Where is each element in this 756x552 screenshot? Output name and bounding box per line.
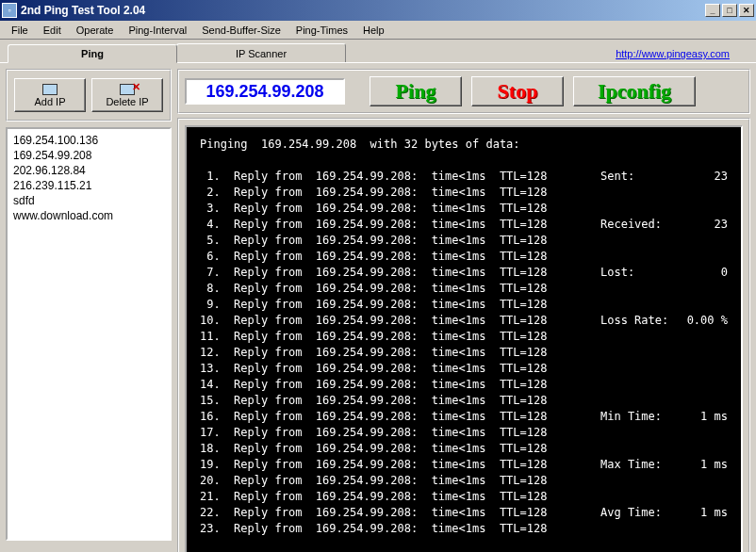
delete-ip-label: Delete IP: [106, 96, 148, 107]
terminal-output[interactable]: Pinging 169.254.99.208 with 32 bytes of …: [200, 137, 591, 552]
terminal: Pinging 169.254.99.208 with 32 bytes of …: [185, 125, 743, 552]
menu-edit[interactable]: Edit: [36, 23, 69, 38]
window-title: 2nd Ping Test Tool 2.04: [21, 4, 705, 17]
tab-ping[interactable]: Ping: [8, 44, 177, 63]
stat-max-label: Max Time:: [600, 457, 662, 473]
stat-min: 1 ms: [700, 409, 728, 425]
list-item[interactable]: sdfd: [13, 193, 164, 208]
delete-ip-button[interactable]: Delete IP: [91, 78, 163, 112]
right-panel: Ping Stop Ipconfig Pinging 169.254.99.20…: [177, 69, 750, 541]
window-controls: _ □ ✕: [705, 4, 754, 17]
titlebar: ▫ 2nd Ping Test Tool 2.04 _ □ ✕: [0, 0, 756, 21]
ping-button[interactable]: Ping: [370, 76, 462, 106]
content-area: Add IP Delete IP 169.254.100.136 169.254…: [0, 62, 756, 546]
stop-button[interactable]: Stop: [471, 76, 564, 106]
terminal-frame: Pinging 169.254.99.208 with 32 bytes of …: [177, 118, 750, 552]
list-item[interactable]: www.download.com: [13, 208, 164, 223]
add-ip-button[interactable]: Add IP: [14, 78, 86, 112]
menu-operate[interactable]: Operate: [69, 23, 122, 38]
stat-min-label: Min Time:: [600, 409, 662, 425]
action-row: Ping Stop Ipconfig: [177, 69, 750, 114]
menu-ping-interval[interactable]: Ping-Interval: [121, 23, 194, 38]
tab-ip-scanner[interactable]: IP Scanner: [176, 43, 346, 62]
stat-lost-label: Lost:: [600, 265, 634, 281]
ip-list[interactable]: 169.254.100.136 169.254.99.208 202.96.12…: [6, 127, 172, 541]
maximize-button[interactable]: □: [722, 4, 737, 17]
minimize-button[interactable]: _: [705, 4, 720, 17]
ip-button-group: Add IP Delete IP: [6, 69, 172, 122]
stat-received-label: Received:: [600, 217, 662, 233]
left-panel: Add IP Delete IP 169.254.100.136 169.254…: [6, 69, 172, 541]
homepage-link[interactable]: http://www.pingeasy.com: [616, 48, 730, 62]
close-button[interactable]: ✕: [739, 4, 754, 17]
target-ip-input[interactable]: [185, 78, 345, 105]
computer-icon: [42, 84, 58, 95]
stat-lost: 0: [721, 265, 728, 281]
ipconfig-button[interactable]: Ipconfig: [573, 76, 696, 106]
computer-delete-icon: [120, 84, 135, 95]
menu-bar: File Edit Operate Ping-Interval Send-Buf…: [0, 21, 756, 40]
stat-lossrate-label: Loss Rate:: [600, 313, 668, 329]
add-ip-label: Add IP: [34, 96, 65, 107]
stat-avg-label: Avg Time:: [600, 505, 662, 521]
stat-received: 23: [715, 217, 728, 233]
app-icon: ▫: [2, 3, 17, 18]
stat-lossrate: 0.00 %: [687, 313, 728, 329]
menu-help[interactable]: Help: [355, 23, 392, 38]
menu-ping-times[interactable]: Ping-Times: [288, 23, 355, 38]
list-item[interactable]: 169.254.99.208: [13, 148, 164, 163]
tabs-row: Ping IP Scanner http://www.pingeasy.com: [0, 40, 756, 62]
list-item[interactable]: 216.239.115.21: [13, 178, 164, 193]
stat-max: 1 ms: [700, 457, 728, 473]
list-item[interactable]: 202.96.128.84: [13, 163, 164, 178]
stat-sent: 23: [715, 169, 728, 185]
terminal-stats: Sent:23 Received:23 Lost:0 Loss Rate:0.0…: [600, 137, 728, 552]
menu-file[interactable]: File: [4, 23, 36, 38]
stat-sent-label: Sent:: [600, 169, 634, 185]
menu-send-buffer-size[interactable]: Send-Buffer-Size: [194, 23, 288, 38]
stat-avg: 1 ms: [700, 505, 728, 521]
list-item[interactable]: 169.254.100.136: [13, 133, 164, 148]
